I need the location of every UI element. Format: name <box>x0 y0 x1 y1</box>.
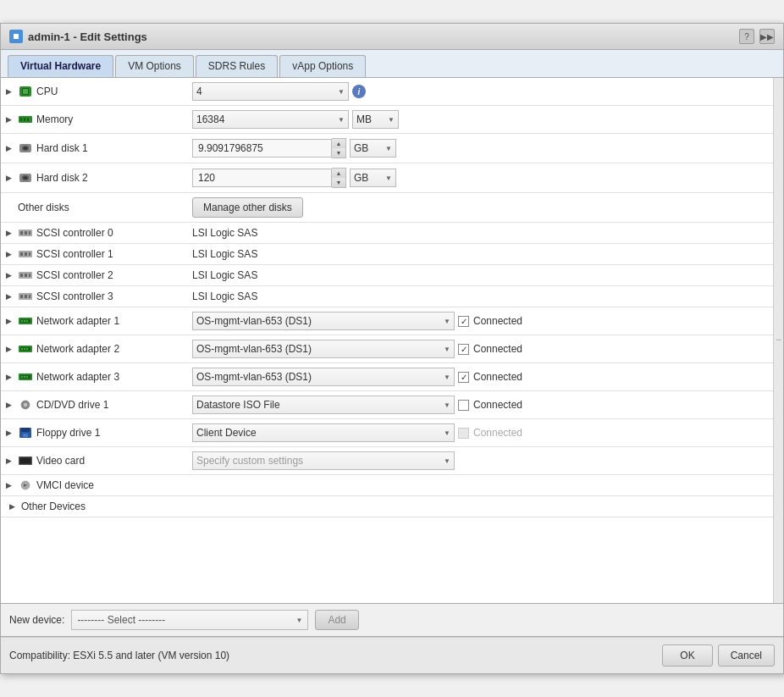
net2-expand-arrow[interactable]: ▶ <box>6 345 14 353</box>
scsi2-expand-arrow[interactable]: ▶ <box>6 271 14 279</box>
net1-label-cell: ▶ Network adapter 1 <box>1 307 187 335</box>
video-select-arrow: ▼ <box>444 457 450 465</box>
table-row: ▶ Other Devices <box>1 496 773 517</box>
tab-sdrs-rules[interactable]: SDRS Rules <box>196 55 278 77</box>
net3-value: OS-mgmt-vlan-653 (DS1) <box>196 371 312 383</box>
cancel-button[interactable]: Cancel <box>718 644 775 667</box>
resize-handle[interactable]: ⁞ <box>773 78 783 603</box>
memory-expand-arrow[interactable]: ▶ <box>6 115 14 124</box>
table-row: ▶ Network adapter 1 <box>1 307 773 335</box>
net3-select[interactable]: OS-mgmt-vlan-653 (DS1) ▼ <box>192 368 455 386</box>
net1-connected-checkbox[interactable] <box>458 316 469 327</box>
memory-label: Memory <box>36 113 73 125</box>
memory-unit-select[interactable]: MB ▼ <box>352 110 399 129</box>
tab-vapp-options[interactable]: vApp Options <box>279 55 366 77</box>
net3-connected-checkbox[interactable] <box>458 372 469 383</box>
hd2-label-cell: ▶ Hard disk 2 <box>1 163 187 193</box>
table-row: ▶ SCSI controller 1 LSI Logic SAS <box>1 244 773 265</box>
net2-connected-group: Connected <box>458 343 522 355</box>
net2-label-cell: ▶ Network adapter 2 <box>1 335 187 363</box>
cpu-expand-arrow[interactable]: ▶ <box>6 87 14 96</box>
status-bar: Compatibility: ESXi 5.5 and later (VM ve… <box>1 637 783 673</box>
svg-rect-35 <box>26 320 28 322</box>
hd1-up-btn[interactable]: ▲ <box>332 139 345 148</box>
hd1-unit-select[interactable]: GB ▼ <box>350 139 396 158</box>
scsi3-value-cell: LSI Logic SAS <box>187 286 773 307</box>
table-row: Other disks Manage other disks <box>1 193 773 223</box>
cpu-value: 4 <box>196 86 202 97</box>
floppy-select[interactable]: Client Device ▼ <box>192 423 455 442</box>
hd1-label-cell: ▶ Hard disk 1 <box>1 134 187 163</box>
tab-bar: Virtual Hardware VM Options SDRS Rules v… <box>1 50 783 78</box>
cpu-select[interactable]: 4 ▼ <box>192 82 349 101</box>
video-expand-arrow[interactable]: ▶ <box>6 456 14 465</box>
cpu-value-cell: 4 ▼ i <box>187 78 773 106</box>
vmci-expand-arrow[interactable]: ▶ <box>6 481 14 490</box>
svg-rect-43 <box>21 376 23 378</box>
net3-icon <box>18 371 33 383</box>
hd1-unit-arrow: ▼ <box>385 145 392 152</box>
scsi1-icon <box>18 248 33 260</box>
help-button[interactable]: ? <box>739 29 754 44</box>
table-row: ▶ VMCI device <box>1 475 773 496</box>
hd2-expand-arrow[interactable]: ▶ <box>6 174 14 182</box>
svg-rect-6 <box>20 118 22 121</box>
net2-connected-checkbox[interactable] <box>458 344 469 355</box>
ok-button[interactable]: OK <box>662 644 712 667</box>
net1-select-arrow: ▼ <box>444 318 450 325</box>
net1-select[interactable]: OS-mgmt-vlan-653 (DS1) ▼ <box>192 312 455 330</box>
cddvd-expand-arrow[interactable]: ▶ <box>6 401 14 409</box>
new-device-select[interactable]: -------- Select -------- ▼ <box>71 610 308 630</box>
hd2-down-btn[interactable]: ▼ <box>332 178 345 187</box>
net2-select[interactable]: OS-mgmt-vlan-653 (DS1) ▼ <box>192 340 455 358</box>
title-bar-controls: ? ▶▶ <box>739 29 775 44</box>
svg-rect-38 <box>21 348 23 350</box>
net1-expand-arrow[interactable]: ▶ <box>6 317 14 325</box>
net1-connected-label: Connected <box>473 315 522 327</box>
cpu-select-arrow: ▼ <box>338 88 345 96</box>
cpu-info-icon[interactable]: i <box>352 85 366 98</box>
cpu-label: CPU <box>36 86 58 97</box>
add-device-button[interactable]: Add <box>315 610 358 630</box>
manage-other-disks-button[interactable]: Manage other disks <box>192 197 303 218</box>
video-select[interactable]: Specify custom settings ▼ <box>192 451 455 470</box>
tab-vm-options[interactable]: VM Options <box>115 55 194 77</box>
table-row: ▶ SCSI controller 0 LSI Logic SAS <box>1 223 773 244</box>
hd1-down-btn[interactable]: ▼ <box>332 148 345 158</box>
hd1-label: Hard disk 1 <box>36 142 88 154</box>
scsi0-expand-arrow[interactable]: ▶ <box>6 229 14 237</box>
svg-rect-40 <box>26 348 28 350</box>
svg-rect-24 <box>20 274 23 277</box>
new-device-arrow: ▼ <box>295 617 302 624</box>
cddvd-select[interactable]: Datastore ISO File ▼ <box>192 396 455 414</box>
scsi2-label: SCSI controller 2 <box>36 269 113 281</box>
net3-expand-arrow[interactable]: ▶ <box>6 373 14 381</box>
scroll-area[interactable]: ▶ CPU 4 <box>1 78 773 603</box>
cddvd-connected-checkbox[interactable] <box>458 400 469 411</box>
forward-button[interactable]: ▶▶ <box>759 29 775 44</box>
net2-connected-label: Connected <box>473 343 522 355</box>
net2-label: Network adapter 2 <box>36 343 119 355</box>
other-devices-expand-arrow[interactable]: ▶ <box>9 502 18 511</box>
floppy-expand-arrow[interactable]: ▶ <box>6 429 14 437</box>
tab-virtual-hardware[interactable]: Virtual Hardware <box>8 55 113 77</box>
scsi3-expand-arrow[interactable]: ▶ <box>6 292 14 301</box>
svg-rect-51 <box>23 434 28 437</box>
hd2-up-btn[interactable]: ▲ <box>332 169 345 178</box>
vmci-label: VMCI device <box>36 479 94 491</box>
hd1-expand-arrow[interactable]: ▶ <box>6 144 14 152</box>
hd2-unit-select[interactable]: GB ▼ <box>350 169 396 187</box>
table-row: ▶ Network adapter 2 <box>1 335 773 363</box>
table-row: ▶ Network adapter 3 <box>1 363 773 391</box>
hd2-input[interactable] <box>192 169 332 187</box>
hd1-input[interactable] <box>192 139 332 158</box>
net1-icon <box>18 315 33 327</box>
cddvd-select-arrow: ▼ <box>444 401 450 409</box>
memory-select[interactable]: 16384 ▼ <box>192 110 349 129</box>
title-bar: admin-1 - Edit Settings ? ▶▶ <box>1 24 783 50</box>
hd1-spinner-btns: ▲ ▼ <box>332 138 346 158</box>
hd2-spinner-btns: ▲ ▼ <box>332 168 346 188</box>
scsi1-expand-arrow[interactable]: ▶ <box>6 250 14 258</box>
table-row: ▶ Hard disk 1 <box>1 134 773 163</box>
other-disks-label-cell: Other disks <box>1 193 187 223</box>
